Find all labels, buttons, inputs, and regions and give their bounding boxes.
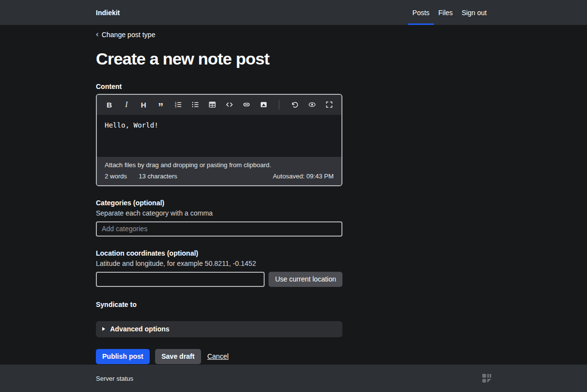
categories-input[interactable] xyxy=(96,221,342,237)
italic-button[interactable]: I xyxy=(118,98,135,112)
ordered-list-icon: 1 2 3 xyxy=(174,101,182,109)
toolbar-divider xyxy=(279,100,279,109)
quote-icon: ” xyxy=(158,105,163,109)
primary-nav: Posts Files Sign out xyxy=(408,0,491,25)
disclosure-triangle-icon xyxy=(102,327,105,331)
location-label: Location coordinates (optional) xyxy=(96,249,342,257)
fullscreen-button[interactable] xyxy=(320,98,338,112)
nav-files[interactable]: Files xyxy=(434,0,457,25)
heading-icon: H xyxy=(141,101,146,109)
eye-icon xyxy=(308,101,316,109)
use-current-location-button[interactable]: Use current location xyxy=(269,272,342,287)
svg-text:3: 3 xyxy=(175,105,176,108)
advanced-options-toggle[interactable]: Advanced options xyxy=(96,321,342,337)
table-icon xyxy=(208,101,216,109)
blockquote-button[interactable]: ” xyxy=(152,98,169,112)
syndicate-to-label: Syndicate to xyxy=(96,301,342,308)
cancel-link[interactable]: Cancel xyxy=(207,352,229,360)
fullscreen-icon xyxy=(325,101,333,109)
location-input[interactable] xyxy=(96,272,265,287)
attach-files-hint: Attach files by drag and dropping or pas… xyxy=(105,161,334,169)
publish-post-button[interactable]: Publish post xyxy=(96,349,150,364)
indiekit-logo-icon xyxy=(482,374,491,383)
bold-icon: B xyxy=(107,101,112,109)
undo-icon xyxy=(291,101,299,109)
content-label: Content xyxy=(96,83,342,90)
note-post-form: Content B I H ” xyxy=(96,83,342,364)
image-button[interactable] xyxy=(255,98,272,112)
server-status-link[interactable]: Server status xyxy=(96,375,134,382)
table-button[interactable] xyxy=(203,98,221,112)
editor-footer: Attach files by drag and dropping or pas… xyxy=(97,157,341,185)
image-icon xyxy=(260,101,268,109)
categories-hint: Separate each category with a comma xyxy=(96,209,342,217)
location-hint: Latitude and longitude, for example 50.8… xyxy=(96,260,342,267)
chevron-left-icon: ‹ xyxy=(96,30,99,38)
heading-button[interactable]: H xyxy=(135,98,152,112)
content-editor: B I H ” 1 2 xyxy=(96,94,342,186)
form-actions: Publish post Save draft Cancel xyxy=(96,349,342,364)
change-post-type-link[interactable]: ‹ Change post type xyxy=(96,30,155,39)
unordered-list-icon xyxy=(191,101,199,109)
advanced-options-label: Advanced options xyxy=(110,325,169,333)
undo-button[interactable] xyxy=(286,98,303,112)
categories-label: Categories (optional) xyxy=(96,199,342,207)
main-content: ‹ Change post type Create a new note pos… xyxy=(0,25,587,365)
preview-button[interactable] xyxy=(303,98,320,112)
back-link-label: Change post type xyxy=(102,31,156,39)
link-button[interactable] xyxy=(238,98,255,112)
link-icon xyxy=(243,101,250,109)
autosave-status: Autosaved: 09:43 PM xyxy=(273,173,334,180)
site-header: Indiekit Posts Files Sign out xyxy=(0,0,587,25)
editor-toolbar: B I H ” 1 2 xyxy=(97,95,341,115)
save-draft-button[interactable]: Save draft xyxy=(155,349,201,364)
ordered-list-button[interactable]: 1 2 3 xyxy=(169,98,186,112)
code-icon xyxy=(226,101,233,109)
nav-sign-out[interactable]: Sign out xyxy=(457,0,491,25)
word-count: 2 words xyxy=(105,173,127,180)
code-button[interactable] xyxy=(221,98,238,112)
content-textarea[interactable]: Hello, World! xyxy=(97,115,341,157)
bold-button[interactable]: B xyxy=(101,98,118,112)
page-title: Create a new note post xyxy=(96,50,491,68)
site-footer: Server status xyxy=(0,365,587,392)
nav-posts[interactable]: Posts xyxy=(408,0,434,25)
unordered-list-button[interactable] xyxy=(186,98,203,112)
character-count: 13 characters xyxy=(139,173,178,180)
brand: Indiekit xyxy=(96,9,120,17)
italic-icon: I xyxy=(125,100,128,109)
